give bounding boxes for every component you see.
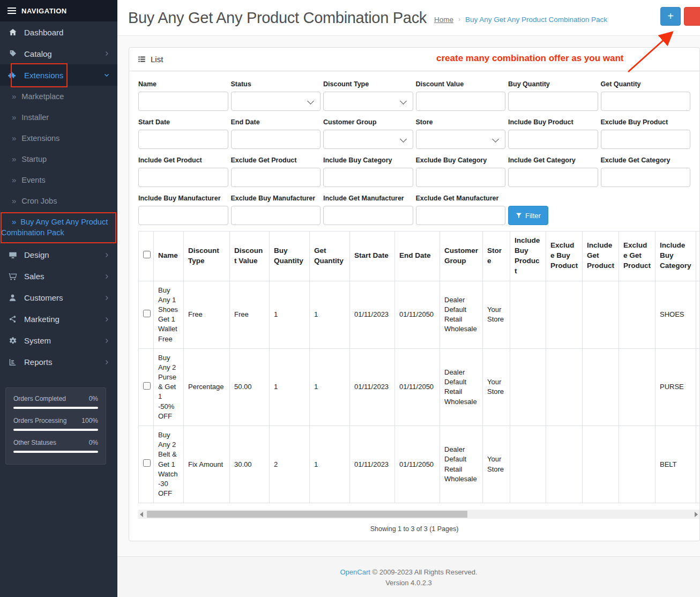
filter-field-exclude-buy-manufacturer: Exclude Buy Manufacturer [231, 195, 321, 225]
panel-body: Name Status Discount Type Discount Value [129, 71, 699, 541]
sidebar-item-design[interactable]: Design [0, 244, 117, 266]
sidebar: NAVIGATION Dashboard Catalog Extensions … [0, 0, 117, 597]
cell-discount-type: Free [184, 281, 230, 348]
sidebar-item-catalog[interactable]: Catalog [0, 43, 117, 64]
cell-discount-value: Free [230, 281, 270, 348]
page-title: Buy Any Get Any Product Combination Pack [128, 9, 427, 27]
filter-label: Buy Quantity [508, 80, 598, 88]
progress-bar [13, 407, 98, 409]
filter-field-end-date: End Date [231, 118, 321, 149]
customer-group-filter-select[interactable] [323, 130, 413, 149]
filter-button[interactable]: Filter [508, 206, 548, 225]
start-date-filter-input[interactable] [138, 130, 228, 149]
sidebar-item-marketing[interactable]: Marketing [0, 309, 117, 330]
buy-quantity-filter-input[interactable] [508, 92, 598, 111]
list-icon [138, 55, 146, 63]
include-buy-manufacturer-filter-input[interactable] [138, 206, 228, 225]
filter-field-discount-value: Discount Value [416, 80, 506, 111]
filter-field-include-get-product: Include Get Product [138, 156, 228, 187]
sidebar-header-label: NAVIGATION [21, 7, 67, 15]
chevron-down-icon [307, 98, 314, 105]
row-checkbox[interactable] [143, 382, 151, 390]
double-angle-icon: » [12, 154, 16, 163]
breadcrumb-home-link[interactable]: Home [434, 16, 453, 24]
include-buy-category-filter-input[interactable] [323, 168, 413, 187]
cell-buy-quantity: 1 [270, 281, 310, 348]
stat-label: Orders Processing [13, 417, 66, 424]
include-buy-product-filter-input[interactable] [508, 130, 598, 149]
include-get-category-filter-input[interactable] [508, 168, 598, 187]
sidebar-subitem-extensions[interactable]: » Extensions [0, 128, 117, 148]
sidebar-header: NAVIGATION [0, 0, 117, 21]
row-checkbox[interactable] [143, 310, 151, 317]
hamburger-icon[interactable] [8, 8, 16, 14]
exclude-get-category-filter-input[interactable] [601, 168, 691, 187]
page-header: Buy Any Get Any Product Combination Pack… [117, 0, 700, 36]
exclude-get-product-filter-input[interactable] [231, 168, 321, 187]
horizontal-scrollbar[interactable] [138, 510, 699, 519]
end-date-filter-input[interactable] [231, 130, 321, 149]
breadcrumb-separator: › [458, 16, 460, 23]
sidebar-subitem-cron-jobs[interactable]: » Cron Jobs [0, 190, 117, 211]
cell-include-get-product [583, 426, 619, 503]
cell-customer-group: Dealer Default Retail Wholesale [440, 348, 483, 426]
filter-field-include-get-category: Include Get Category [508, 156, 598, 187]
exclude-get-manufacturer-filter-input[interactable] [416, 206, 506, 225]
sidebar-subitem-events[interactable]: » Events [0, 169, 117, 190]
cell-overflow [696, 348, 700, 426]
sidebar-item-extensions[interactable]: Extensions [0, 64, 117, 86]
filter-label: Store [416, 118, 506, 126]
annotation-text: create many combination offer as you wan… [436, 53, 624, 64]
filter-label: Discount Type [323, 80, 413, 88]
select-all-checkbox[interactable] [143, 251, 151, 258]
cell-customer-group: Dealer Default Retail Wholesale [440, 426, 483, 503]
row-checkbox[interactable] [143, 459, 151, 467]
sidebar-subitem-marketplace[interactable]: » Marketplace [0, 86, 117, 107]
filter-field-exclude-buy-category: Exclude Buy Category [416, 156, 506, 187]
sidebar-subitem-buy-any-get-any[interactable]: »Buy Any Get Any Product Combination Pac… [0, 211, 117, 244]
sidebar-subitem-startup[interactable]: » Startup [0, 148, 117, 169]
filter-field-get-quantity: Get Quantity [601, 80, 691, 111]
column-header: Include Get Product [583, 232, 619, 281]
sidebar-item-sales[interactable]: Sales [0, 266, 117, 287]
cell-store: Your Store [483, 348, 510, 426]
copyright-text: © 2009-2023 All Rights Reserved. [372, 568, 477, 576]
name-filter-input[interactable] [138, 92, 228, 111]
discount-type-filter-select[interactable] [323, 92, 413, 111]
delete-button[interactable] [684, 7, 700, 26]
filter-field-include-buy-product: Include Buy Product [508, 118, 598, 149]
column-header: Discount Value [230, 232, 270, 281]
stat-orders-processing: Orders Processing 100% [13, 417, 98, 424]
sidebar-item-dashboard[interactable]: Dashboard [0, 21, 117, 43]
select-all-cell [139, 232, 154, 281]
sidebar-item-label: Extensions [24, 71, 63, 80]
cell-name: Buy Any 2 Purse & Get 1 -50% OFF [154, 348, 184, 426]
scrollbar-thumb[interactable] [147, 511, 467, 518]
cell-discount-type: Fix Amount [184, 426, 230, 503]
scroll-left-arrow[interactable] [140, 512, 143, 517]
exclude-buy-category-filter-input[interactable] [416, 168, 506, 187]
breadcrumb: Home › Buy Any Get Any Product Combinati… [434, 16, 607, 24]
add-new-button[interactable]: + [660, 7, 681, 26]
sidebar-subitem-installer[interactable]: » Installer [0, 107, 117, 128]
status-filter-select[interactable] [231, 92, 321, 111]
filter-label: Include Buy Category [323, 156, 413, 164]
sidebar-item-reports[interactable]: Reports [0, 352, 117, 373]
store-filter-select[interactable] [416, 130, 506, 149]
filter-field-buy-quantity: Buy Quantity [508, 80, 598, 111]
filter-field-store: Store [416, 118, 506, 149]
exclude-buy-manufacturer-filter-input[interactable] [231, 206, 321, 225]
opencart-link[interactable]: OpenCart [340, 568, 370, 576]
exclude-buy-product-filter-input[interactable] [601, 130, 691, 149]
sidebar-item-system[interactable]: System [0, 330, 117, 352]
include-get-product-filter-input[interactable] [138, 168, 228, 187]
filter-field-include-get-manufacturer: Include Get Manufacturer [323, 195, 413, 225]
include-get-manufacturer-filter-input[interactable] [323, 206, 413, 225]
sidebar-item-customers[interactable]: Customers [0, 287, 117, 309]
column-header: Include Buy Product [510, 232, 546, 281]
breadcrumb-current-link[interactable]: Buy Any Get Any Product Combination Pack [465, 16, 607, 24]
get-quantity-filter-input[interactable] [601, 92, 691, 111]
scroll-right-arrow[interactable] [695, 512, 698, 517]
filter-field-exclude-get-category: Exclude Get Category [601, 156, 691, 187]
discount-value-filter-input[interactable] [416, 92, 506, 111]
